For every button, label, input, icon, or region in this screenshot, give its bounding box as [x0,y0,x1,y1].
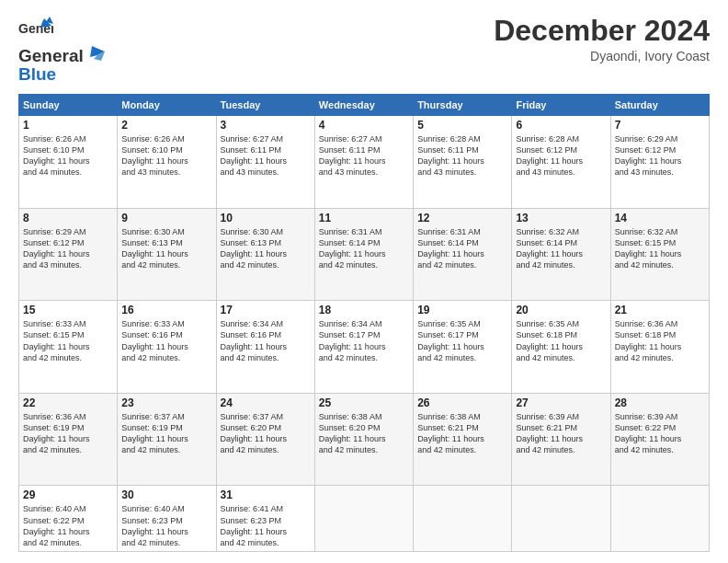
month-title: December 2024 [494,15,710,47]
day-number: 16 [121,304,211,316]
day-info: Sunrise: 6:32 AM Sunset: 6:15 PM Dayligh… [615,226,705,271]
day-info: Sunrise: 6:33 AM Sunset: 6:15 PM Dayligh… [23,318,113,363]
day-info: Sunrise: 6:36 AM Sunset: 6:18 PM Dayligh… [615,318,705,363]
calendar-row: 15Sunrise: 6:33 AM Sunset: 6:15 PM Dayli… [19,301,710,394]
calendar-cell: 5Sunrise: 6:28 AM Sunset: 6:11 PM Daylig… [414,116,512,209]
day-info: Sunrise: 6:36 AM Sunset: 6:19 PM Dayligh… [23,411,113,456]
day-number: 15 [23,304,113,316]
logo: General General Blue [18,15,105,85]
calendar-header-cell: Thursday [414,95,512,116]
calendar-cell: 25Sunrise: 6:38 AM Sunset: 6:20 PM Dayli… [314,393,413,486]
day-number: 8 [23,212,113,224]
day-info: Sunrise: 6:33 AM Sunset: 6:16 PM Dayligh… [121,318,211,363]
day-number: 14 [615,212,705,224]
calendar-header-cell: Wednesday [314,95,413,116]
day-number: 3 [221,119,311,132]
calendar-cell [414,486,512,552]
day-number: 20 [516,304,606,316]
calendar-cell: 10Sunrise: 6:30 AM Sunset: 6:13 PM Dayli… [216,208,314,301]
calendar-cell: 19Sunrise: 6:35 AM Sunset: 6:17 PM Dayli… [414,301,512,394]
day-info: Sunrise: 6:37 AM Sunset: 6:20 PM Dayligh… [221,411,311,456]
day-number: 18 [319,304,409,316]
day-number: 1 [23,119,113,132]
day-info: Sunrise: 6:39 AM Sunset: 6:22 PM Dayligh… [615,411,705,456]
calendar-cell: 12Sunrise: 6:31 AM Sunset: 6:14 PM Dayli… [414,208,512,301]
calendar-header-cell: Tuesday [216,95,314,116]
day-info: Sunrise: 6:37 AM Sunset: 6:19 PM Dayligh… [121,411,211,456]
day-info: Sunrise: 6:27 AM Sunset: 6:11 PM Dayligh… [221,133,311,178]
day-info: Sunrise: 6:30 AM Sunset: 6:13 PM Dayligh… [121,226,211,271]
calendar-cell: 7Sunrise: 6:29 AM Sunset: 6:12 PM Daylig… [610,116,709,209]
calendar-cell: 18Sunrise: 6:34 AM Sunset: 6:17 PM Dayli… [314,301,413,394]
calendar-cell: 29Sunrise: 6:40 AM Sunset: 6:22 PM Dayli… [19,486,118,552]
day-number: 19 [417,304,507,316]
calendar-cell: 26Sunrise: 6:38 AM Sunset: 6:21 PM Dayli… [414,393,512,486]
day-number: 26 [417,396,507,409]
day-info: Sunrise: 6:34 AM Sunset: 6:17 PM Dayligh… [319,318,409,363]
day-number: 6 [516,119,606,132]
calendar-cell: 4Sunrise: 6:27 AM Sunset: 6:11 PM Daylig… [314,116,413,209]
calendar-cell: 23Sunrise: 6:37 AM Sunset: 6:19 PM Dayli… [118,393,216,486]
calendar-cell: 8Sunrise: 6:29 AM Sunset: 6:12 PM Daylig… [19,208,118,301]
calendar-cell [314,486,413,552]
calendar-row: 22Sunrise: 6:36 AM Sunset: 6:19 PM Dayli… [19,393,710,486]
day-number: 24 [221,396,311,409]
day-number: 7 [615,119,705,132]
day-info: Sunrise: 6:26 AM Sunset: 6:10 PM Dayligh… [23,133,113,178]
day-info: Sunrise: 6:28 AM Sunset: 6:11 PM Dayligh… [417,133,507,178]
calendar-header-row: SundayMondayTuesdayWednesdayThursdayFrid… [19,95,710,116]
calendar-cell: 6Sunrise: 6:28 AM Sunset: 6:12 PM Daylig… [512,116,610,209]
day-info: Sunrise: 6:29 AM Sunset: 6:12 PM Dayligh… [23,226,113,271]
calendar-cell: 14Sunrise: 6:32 AM Sunset: 6:15 PM Dayli… [610,208,709,301]
day-info: Sunrise: 6:34 AM Sunset: 6:16 PM Dayligh… [221,318,311,363]
calendar-cell: 3Sunrise: 6:27 AM Sunset: 6:11 PM Daylig… [216,116,314,209]
calendar-cell: 1Sunrise: 6:26 AM Sunset: 6:10 PM Daylig… [19,116,118,209]
day-number: 4 [319,119,409,132]
calendar-header-cell: Monday [118,95,216,116]
calendar-cell: 27Sunrise: 6:39 AM Sunset: 6:21 PM Dayli… [512,393,610,486]
calendar-cell: 11Sunrise: 6:31 AM Sunset: 6:14 PM Dayli… [314,208,413,301]
day-info: Sunrise: 6:40 AM Sunset: 6:22 PM Dayligh… [23,503,113,548]
day-info: Sunrise: 6:35 AM Sunset: 6:18 PM Dayligh… [516,318,606,363]
day-number: 2 [121,119,211,132]
day-number: 28 [615,396,705,409]
calendar-cell: 9Sunrise: 6:30 AM Sunset: 6:13 PM Daylig… [118,208,216,301]
day-info: Sunrise: 6:32 AM Sunset: 6:14 PM Dayligh… [516,226,606,271]
calendar-cell: 21Sunrise: 6:36 AM Sunset: 6:18 PM Dayli… [610,301,709,394]
calendar-row: 8Sunrise: 6:29 AM Sunset: 6:12 PM Daylig… [19,208,710,301]
day-number: 17 [221,304,311,316]
day-info: Sunrise: 6:38 AM Sunset: 6:20 PM Dayligh… [319,411,409,456]
day-info: Sunrise: 6:31 AM Sunset: 6:14 PM Dayligh… [417,226,507,271]
location: Dyaondi, Ivory Coast [494,49,710,63]
day-info: Sunrise: 6:41 AM Sunset: 6:23 PM Dayligh… [221,503,311,548]
day-number: 11 [319,212,409,224]
calendar-table: SundayMondayTuesdayWednesdayThursdayFrid… [18,94,710,552]
day-number: 30 [121,488,211,501]
logo-bird-icon [85,46,105,64]
calendar-row: 1Sunrise: 6:26 AM Sunset: 6:10 PM Daylig… [19,116,710,209]
day-info: Sunrise: 6:29 AM Sunset: 6:12 PM Dayligh… [615,133,705,178]
day-info: Sunrise: 6:31 AM Sunset: 6:14 PM Dayligh… [319,226,409,271]
logo-blue: Blue [18,64,56,85]
calendar-cell: 28Sunrise: 6:39 AM Sunset: 6:22 PM Dayli… [610,393,709,486]
day-number: 10 [221,212,311,224]
calendar-cell: 15Sunrise: 6:33 AM Sunset: 6:15 PM Dayli… [19,301,118,394]
day-number: 21 [615,304,705,316]
calendar-header-cell: Friday [512,95,610,116]
day-info: Sunrise: 6:39 AM Sunset: 6:21 PM Dayligh… [516,411,606,456]
day-number: 23 [121,396,211,409]
calendar-cell: 2Sunrise: 6:26 AM Sunset: 6:10 PM Daylig… [118,116,216,209]
day-number: 27 [516,396,606,409]
logo-icon: General [18,15,53,46]
calendar-cell: 22Sunrise: 6:36 AM Sunset: 6:19 PM Dayli… [19,393,118,486]
calendar-cell: 13Sunrise: 6:32 AM Sunset: 6:14 PM Dayli… [512,208,610,301]
day-number: 12 [417,212,507,224]
day-number: 22 [23,396,113,409]
day-number: 25 [319,396,409,409]
calendar-cell: 30Sunrise: 6:40 AM Sunset: 6:23 PM Dayli… [118,486,216,552]
calendar-cell: 17Sunrise: 6:34 AM Sunset: 6:16 PM Dayli… [216,301,314,394]
day-info: Sunrise: 6:40 AM Sunset: 6:23 PM Dayligh… [121,503,211,548]
day-number: 9 [121,212,211,224]
day-number: 29 [23,488,113,501]
calendar-cell: 16Sunrise: 6:33 AM Sunset: 6:16 PM Dayli… [118,301,216,394]
